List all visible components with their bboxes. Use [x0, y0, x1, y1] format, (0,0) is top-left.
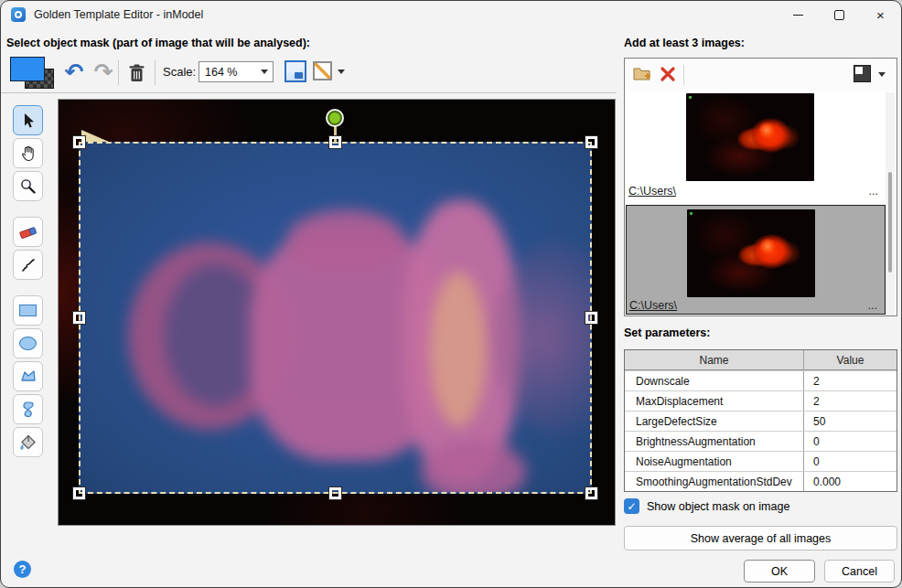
undo-icon: ↶: [65, 59, 84, 85]
chevron-down-icon: [261, 69, 268, 74]
cancel-button[interactable]: Cancel: [824, 560, 895, 583]
selection-handle-n[interactable]: [329, 136, 341, 148]
tool-fill[interactable]: [13, 427, 43, 457]
delete-mask-button[interactable]: [123, 60, 149, 86]
trash-icon: [129, 64, 145, 82]
close-button[interactable]: ×: [860, 1, 901, 28]
editor-toolbar: ↶ ↷ Scale: 164 %: [1, 52, 617, 93]
toolbar-separator: [118, 60, 119, 85]
save-dropdown-icon[interactable]: [878, 72, 886, 77]
window-title: Golden Template Editor - inModel: [34, 8, 203, 21]
table-row[interactable]: MaxDisplacement 2: [625, 390, 897, 411]
table-row[interactable]: BrightnessAugmentation 0: [625, 431, 897, 451]
param-value[interactable]: 2: [804, 375, 897, 388]
param-value[interactable]: 50: [804, 415, 897, 428]
ellipse-icon: [19, 337, 37, 350]
param-name: LargeDefectSize: [625, 412, 804, 431]
mask-editor-canvas[interactable]: [58, 99, 616, 526]
rotation-handle[interactable]: [328, 111, 342, 125]
selection-handle-nw[interactable]: [73, 136, 85, 148]
show-average-button[interactable]: Show average of all images: [624, 526, 897, 551]
image-path-link[interactable]: C:\Users\: [628, 185, 676, 198]
param-name: NoiseAugmentation: [625, 452, 804, 471]
image-list-item-selected[interactable]: C:\Users\ ...: [626, 205, 886, 315]
table-row[interactable]: NoiseAugmentation 0: [625, 451, 897, 471]
polygon-icon: [20, 369, 37, 384]
param-value[interactable]: 0: [804, 435, 897, 448]
minimize-icon: [793, 15, 803, 16]
param-value[interactable]: 0.000: [804, 476, 897, 488]
image-thumbnail[interactable]: [686, 93, 814, 181]
save-images-button[interactable]: [854, 65, 871, 82]
image-more-label: ...: [868, 299, 877, 312]
fit-to-window-button[interactable]: [285, 60, 306, 82]
maximize-button[interactable]: [819, 1, 860, 28]
param-value[interactable]: 2: [804, 395, 897, 408]
undo-button[interactable]: ↶: [61, 56, 87, 87]
selection-handle-e[interactable]: [585, 312, 597, 324]
image-list-scrollbar[interactable]: [886, 92, 895, 315]
scale-combobox[interactable]: 164 %: [199, 61, 274, 82]
toolbar-separator: [155, 60, 156, 85]
tool-eraser[interactable]: [13, 217, 43, 247]
parameters-section-label: Set parameters:: [624, 326, 711, 339]
tool-rectangle[interactable]: [13, 295, 43, 326]
tool-select[interactable]: [13, 105, 43, 135]
ok-button[interactable]: OK: [744, 560, 815, 583]
region-mode-dropdown-icon[interactable]: [338, 69, 345, 74]
foreground-swatch-icon: [10, 57, 45, 81]
color-swatch[interactable]: [10, 55, 54, 90]
image-list-item[interactable]: C:\Users\ ...: [626, 91, 886, 205]
scrollbar-thumb[interactable]: [888, 172, 892, 273]
param-name: SmoothingAugmentationStdDev: [625, 472, 804, 491]
red-x-icon: [660, 66, 676, 82]
golden-template-editor-dialog: Golden Template Editor - inModel × Selec…: [0, 0, 902, 588]
selection-handle-se[interactable]: [585, 487, 597, 499]
tool-ellipse[interactable]: [13, 328, 43, 358]
remove-image-button[interactable]: [660, 66, 676, 86]
show-mask-checkbox-row[interactable]: ✓ Show object mask on image: [624, 498, 789, 514]
scribble-icon: [20, 257, 37, 273]
redo-button[interactable]: ↷: [91, 56, 116, 87]
tool-zoom[interactable]: [13, 171, 43, 201]
param-name: MaxDisplacement: [625, 391, 804, 411]
param-name: BrightnessAugmentation: [625, 432, 804, 451]
param-name: Downscale: [625, 371, 804, 390]
blob-icon: [21, 401, 36, 418]
image-more-label: ...: [869, 185, 878, 198]
help-button[interactable]: ?: [14, 561, 31, 578]
parameters-table: Name Value Downscale 2 MaxDisplacement 2…: [624, 349, 897, 492]
checkbox-checked-icon[interactable]: ✓: [624, 498, 639, 514]
object-mask-region[interactable]: [79, 142, 592, 494]
table-row[interactable]: SmoothingAugmentationStdDev 0.000: [625, 471, 897, 491]
selection-handle-ne[interactable]: [585, 136, 597, 148]
param-value[interactable]: 0: [804, 455, 897, 468]
selection-handle-s[interactable]: [329, 487, 341, 499]
tool-pan[interactable]: [13, 138, 43, 168]
tool-freehand-draw[interactable]: [13, 250, 43, 280]
mask-section-label: Select object mask (part of image that w…: [6, 37, 310, 49]
paint-bucket-icon: [19, 434, 37, 451]
show-mask-checkbox-label: Show object mask on image: [647, 500, 789, 513]
image-thumbnail[interactable]: [687, 209, 815, 297]
region-mode-button[interactable]: [313, 61, 332, 80]
hand-icon: [20, 145, 37, 162]
eraser-icon: [19, 226, 38, 239]
selection-handle-w[interactable]: [73, 312, 85, 324]
rectangle-icon: [19, 305, 37, 316]
minimize-button[interactable]: [778, 1, 819, 28]
tool-freeform-region[interactable]: [13, 394, 43, 424]
column-header-value: Value: [804, 354, 897, 367]
add-images-button[interactable]: [633, 66, 653, 86]
thermal-image: [81, 144, 590, 492]
table-row[interactable]: LargeDefectSize 50: [625, 411, 897, 431]
tool-polygon[interactable]: [13, 361, 43, 391]
folder-plus-icon: [633, 66, 653, 82]
cursor-arrow-icon: [21, 112, 36, 129]
image-path-link[interactable]: C:\Users\: [629, 299, 677, 312]
mask-corner-marker: [81, 130, 109, 142]
image-list-panel: C:\Users\ ... C:\Users\ ...: [624, 58, 897, 316]
maximize-icon: [834, 10, 844, 20]
selection-handle-sw[interactable]: [73, 487, 85, 499]
table-row[interactable]: Downscale 2: [625, 370, 897, 390]
